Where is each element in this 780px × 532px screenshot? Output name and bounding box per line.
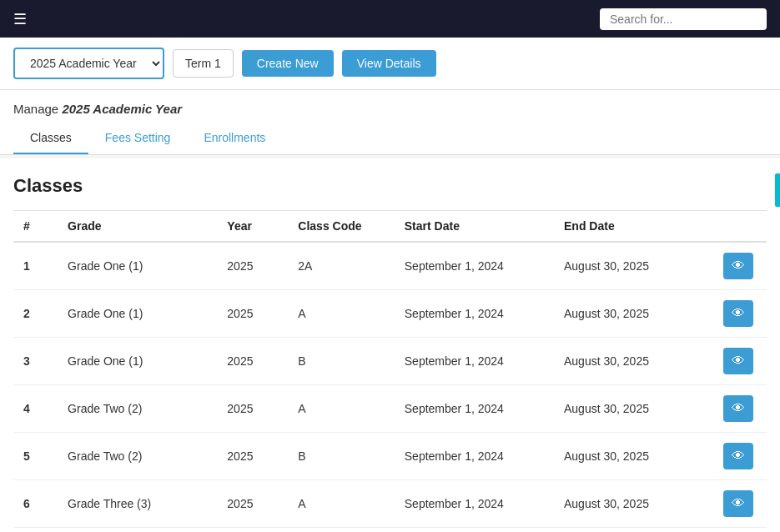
table-row: 6Grade Three (3)2025ASeptember 1, 2024Au… xyxy=(13,480,767,528)
cell-code: B xyxy=(288,433,394,480)
cell-num: 1 xyxy=(13,242,58,290)
cell-code: A xyxy=(288,480,394,528)
table-header-row: # Grade Year Class Code Start Date End D… xyxy=(13,211,767,243)
classes-title: Classes xyxy=(13,175,83,197)
table-row: 5Grade Two (2)2025BSeptember 1, 2024Augu… xyxy=(13,433,767,480)
teal-accent-bar xyxy=(775,173,780,207)
cell-year: 2025 xyxy=(217,433,288,480)
view-details-button[interactable]: View Details xyxy=(342,50,436,77)
cell-year: 2025 xyxy=(217,480,288,528)
cell-start: September 1, 2024 xyxy=(395,480,554,528)
cell-end: August 30, 2025 xyxy=(554,480,713,528)
tab-fees-setting[interactable]: Fees Setting xyxy=(88,123,188,154)
view-row-button[interactable]: 👁 xyxy=(723,300,753,327)
cell-end: August 30, 2025 xyxy=(554,433,713,480)
manage-year: 2025 Academic Year xyxy=(62,102,182,116)
eye-icon: 👁 xyxy=(732,496,745,511)
eye-icon: 👁 xyxy=(732,449,745,464)
tabs-container: Classes Fees Setting Enrollments xyxy=(0,123,780,155)
cell-action: 👁 xyxy=(713,338,767,385)
search-input[interactable] xyxy=(600,8,767,30)
col-header-action xyxy=(713,211,767,243)
cell-action: 👁 xyxy=(713,385,767,433)
manage-prefix: Manage xyxy=(13,102,62,116)
cell-year: 2025 xyxy=(217,242,288,290)
academic-year-dropdown[interactable]: 2025 Academic Year xyxy=(13,48,164,79)
cell-start: September 1, 2024 xyxy=(395,290,554,338)
cell-year: 2025 xyxy=(217,338,288,385)
cell-grade: Grade Two (2) xyxy=(58,385,217,433)
cell-code: A xyxy=(288,290,394,338)
cell-start: September 1, 2024 xyxy=(395,433,554,480)
cell-grade: Grade One (1) xyxy=(58,242,217,290)
view-row-button[interactable]: 👁 xyxy=(723,490,753,517)
term-badge[interactable]: Term 1 xyxy=(173,49,234,78)
cell-grade: Grade One (1) xyxy=(58,290,217,338)
cell-year: 2025 xyxy=(217,385,288,433)
table-row: 2Grade One (1)2025ASeptember 1, 2024Augu… xyxy=(13,290,767,338)
view-row-button[interactable]: 👁 xyxy=(723,348,753,374)
classes-table: # Grade Year Class Code Start Date End D… xyxy=(13,210,767,528)
eye-icon: 👁 xyxy=(732,306,745,321)
cell-grade: Grade Three (3) xyxy=(58,480,217,528)
cell-code: B xyxy=(288,338,394,385)
create-new-button[interactable]: Create New xyxy=(242,50,334,77)
cell-start: September 1, 2024 xyxy=(395,242,554,290)
col-header-year: Year xyxy=(217,211,288,243)
col-header-start: Start Date xyxy=(395,211,554,243)
cell-num: 2 xyxy=(13,290,58,338)
classes-header: Classes xyxy=(13,175,767,197)
table-row: 1Grade One (1)20252ASeptember 1, 2024Aug… xyxy=(13,242,767,290)
table-row: 3Grade One (1)2025BSeptember 1, 2024Augu… xyxy=(13,338,767,385)
cell-action: 👁 xyxy=(713,433,767,480)
cell-num: 5 xyxy=(13,433,58,480)
cell-action: 👁 xyxy=(713,242,767,290)
cell-start: September 1, 2024 xyxy=(395,338,554,385)
col-header-end: End Date xyxy=(554,211,713,243)
cell-grade: Grade Two (2) xyxy=(58,433,217,480)
content-area: Classes # Grade Year Class Code Start Da… xyxy=(0,158,780,532)
eye-icon: 👁 xyxy=(732,354,745,369)
cell-code: 2A xyxy=(288,242,394,290)
header-area: 2025 Academic Year Term 1 Create New Vie… xyxy=(0,38,780,90)
cell-code: A xyxy=(288,385,394,433)
hamburger-icon[interactable]: ☰ xyxy=(13,10,27,28)
tab-enrollments[interactable]: Enrollments xyxy=(187,123,282,154)
view-row-button[interactable]: 👁 xyxy=(723,253,753,279)
cell-num: 3 xyxy=(13,338,58,385)
cell-end: August 30, 2025 xyxy=(554,338,713,385)
cell-year: 2025 xyxy=(217,290,288,338)
cell-grade: Grade One (1) xyxy=(58,338,217,385)
cell-start: September 1, 2024 xyxy=(395,385,554,433)
col-header-num: # xyxy=(13,211,58,243)
eye-icon: 👁 xyxy=(732,258,745,274)
cell-end: August 30, 2025 xyxy=(554,290,713,338)
cell-end: August 30, 2025 xyxy=(554,385,713,433)
cell-num: 6 xyxy=(13,480,58,528)
navbar: ☰ xyxy=(0,0,780,38)
view-row-button[interactable]: 👁 xyxy=(723,443,753,469)
manage-title-area: Manage 2025 Academic Year xyxy=(0,90,780,123)
eye-icon: 👁 xyxy=(732,401,745,416)
cell-action: 👁 xyxy=(713,290,767,338)
col-header-code: Class Code xyxy=(288,211,394,243)
cell-end: August 30, 2025 xyxy=(554,242,713,290)
cell-action: 👁 xyxy=(713,480,767,528)
cell-num: 4 xyxy=(13,385,58,433)
table-row: 4Grade Two (2)2025ASeptember 1, 2024Augu… xyxy=(13,385,767,433)
tab-classes[interactable]: Classes xyxy=(13,123,88,154)
view-row-button[interactable]: 👁 xyxy=(723,395,753,422)
col-header-grade: Grade xyxy=(58,211,217,243)
